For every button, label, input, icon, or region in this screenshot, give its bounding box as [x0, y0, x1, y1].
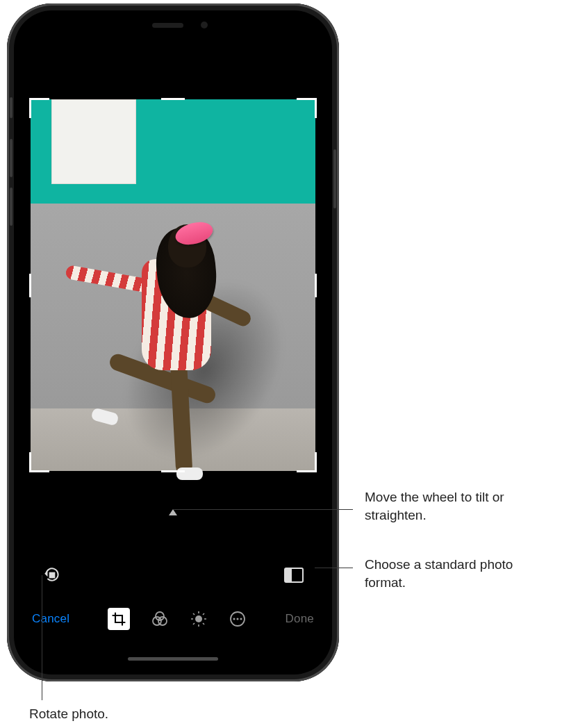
more-icon: [229, 611, 246, 627]
crop-handle-right[interactable]: [315, 274, 317, 297]
svg-point-19: [240, 618, 242, 620]
aspect-ratio-button[interactable]: [283, 565, 304, 586]
crop-tool-button[interactable]: [108, 608, 130, 630]
callout-line: [172, 509, 353, 510]
filters-icon: [151, 611, 168, 627]
svg-line-13: [203, 623, 204, 624]
adjust-icon: [190, 611, 207, 627]
aspect-ratio-icon: [284, 568, 304, 583]
home-indicator[interactable]: [128, 657, 218, 661]
cancel-button[interactable]: Cancel: [32, 612, 69, 626]
done-button[interactable]: Done: [286, 612, 314, 626]
callout-rotate: Rotate photo.: [29, 705, 108, 723]
crop-handle-left[interactable]: [29, 274, 31, 297]
rotate-icon: [43, 566, 61, 584]
more-tool-button[interactable]: [229, 610, 247, 628]
crop-handle-bottom-right[interactable]: [297, 452, 317, 472]
crop-icon: [112, 612, 126, 626]
crop-handle-top-left[interactable]: [29, 98, 49, 118]
photo-edit-crop-view: -30-20-100102030: [19, 16, 327, 669]
side-button: [333, 149, 336, 208]
silent-switch: [10, 97, 13, 118]
svg-point-6: [158, 617, 167, 625]
photo-preview: [31, 99, 315, 471]
volume-up-button: [10, 139, 13, 177]
callout-aspect: Choose a standard photo format.: [365, 556, 545, 591]
svg-point-4: [156, 612, 164, 620]
svg-line-14: [193, 623, 195, 624]
photo-crop-viewport[interactable]: [31, 99, 315, 471]
callout-line: [315, 568, 353, 568]
svg-rect-3: [285, 568, 292, 582]
svg-line-12: [193, 613, 195, 615]
notch: [104, 16, 242, 35]
rotate-button[interactable]: [42, 565, 63, 586]
svg-rect-1: [49, 572, 56, 579]
svg-point-17: [233, 618, 235, 620]
straighten-wheel[interactable]: -30-20-100102030: [19, 471, 327, 527]
callout-line: [42, 575, 42, 700]
svg-point-18: [237, 618, 239, 620]
callout-wheel: Move the wheel to tilt or straighten.: [365, 488, 545, 524]
wheel-pointer-icon: [169, 509, 177, 515]
filters-tool-button[interactable]: [151, 610, 169, 628]
iphone-frame: -30-20-100102030: [7, 3, 339, 681]
crop-handle-bottom-left[interactable]: [29, 452, 49, 472]
crop-handle-top[interactable]: [161, 98, 185, 100]
adjust-tool-button[interactable]: [190, 610, 208, 628]
screen: -30-20-100102030: [19, 16, 327, 669]
volume-down-button: [10, 188, 13, 226]
svg-point-7: [195, 615, 202, 622]
crop-handle-top-right[interactable]: [297, 98, 317, 118]
svg-line-15: [203, 613, 204, 615]
bottom-toolbar: Cancel: [19, 608, 327, 630]
